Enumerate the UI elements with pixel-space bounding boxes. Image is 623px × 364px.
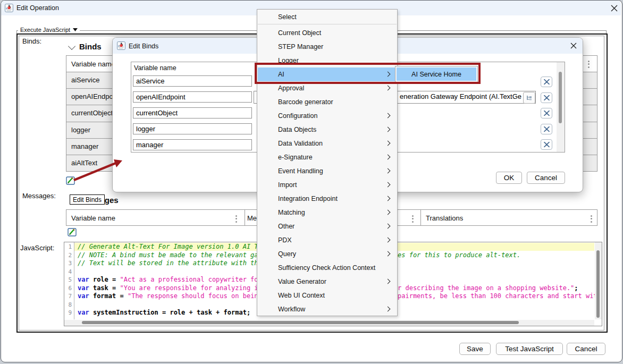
edit-binds-cancel-button[interactable]: Cancel [527, 172, 565, 184]
submenu-arrow-icon [385, 278, 391, 284]
javascript-label: JavaScript: [20, 244, 54, 252]
menu-item-step-manager[interactable]: STEP Manager [258, 40, 397, 54]
code-line-continuation: es for this to produce alt-text. [398, 251, 520, 259]
menu-item-select[interactable]: Select [258, 10, 397, 24]
delete-x-icon [544, 142, 550, 147]
save-button[interactable]: Save [459, 343, 491, 355]
menu-item-label: Value Generator [278, 278, 326, 285]
code-hscrollbar-thumb[interactable] [82, 321, 519, 324]
submenu-arrow-icon [385, 113, 391, 118]
delete-x-icon [544, 79, 550, 84]
code-line: // Text will be stored in the attribute … [78, 259, 262, 267]
code-line-number: 4 [64, 268, 72, 275]
code-line-number: 2 [64, 252, 72, 259]
gateway-browse-button[interactable] [523, 92, 535, 104]
edit-binds-variable-input[interactable]: logger [133, 123, 252, 134]
messages-col1-menu-icon[interactable] [235, 214, 237, 224]
menu-item-sufficiency-check-action-context[interactable]: Sufficiency Check Action Context [258, 261, 397, 275]
code-vscrollbar-thumb[interactable] [596, 250, 600, 318]
menu-item-import[interactable]: Import [258, 178, 397, 192]
edit-binds-tooltip: Edit Binds [70, 194, 105, 205]
cancel-button[interactable]: Cancel [567, 343, 605, 355]
delete-bind-button[interactable] [541, 108, 552, 118]
messages-col2-menu-icon[interactable] [412, 214, 414, 224]
test-javascript-button[interactable]: Test JavaScript [496, 343, 563, 355]
menu-item-label: Web UI Context [278, 292, 325, 299]
gateway-endpoint-value: eneration Gateway Endpoint (AI.TextGe [400, 92, 523, 100]
menu-item-data-objects[interactable]: Data Objects [258, 123, 397, 137]
code-line: var task = "You are responsible for anal… [78, 284, 262, 292]
submenu-arrow-icon [385, 251, 391, 256]
menu-item-label: e-Signature [278, 154, 313, 161]
code-line-number: 8 [64, 301, 72, 308]
menu-item-label: Current Object [278, 29, 321, 37]
delete-bind-button[interactable] [541, 124, 552, 134]
menu-item-pdx[interactable]: PDX [258, 233, 397, 247]
submenu-arrow-icon [385, 168, 391, 173]
messages-label: Messages: [22, 192, 56, 200]
menu-item-configuration[interactable]: Configuration [258, 109, 397, 123]
annotation-red-box [255, 63, 481, 84]
window-title: Edit Operation [16, 4, 59, 12]
binds-label: Binds: [22, 37, 41, 45]
edit-binds-variable-input[interactable]: manager [133, 139, 252, 150]
edit-binds-ok-button[interactable]: OK [496, 172, 522, 184]
edit-binds-variable-input[interactable]: aiService [133, 75, 252, 87]
menu-item-web-ui-context[interactable]: Web UI Context [258, 289, 397, 302]
menu-item-current-object[interactable]: Current Object [258, 26, 397, 40]
menu-item-value-generator[interactable]: Value Generator [258, 275, 397, 289]
code-line-number: 3 [64, 260, 72, 267]
submenu-arrow-icon [385, 196, 391, 201]
code-line-number: 1 [64, 243, 72, 250]
context-menu: SelectCurrent ObjectSTEP ManagerLoggerAI… [257, 9, 398, 316]
menu-item-event-handling[interactable]: Event Handling [258, 164, 397, 178]
menu-item-label: Matching [278, 209, 305, 216]
messages-col3-menu-icon[interactable] [591, 214, 592, 224]
menu-item-matching[interactable]: Matching [258, 206, 397, 219]
menu-item-label: Sufficiency Check Action Context [278, 264, 375, 272]
delete-bind-button[interactable] [541, 92, 552, 103]
messages-col-variable-name: Variable name [71, 214, 115, 222]
annotation-red-arrow [64, 154, 128, 186]
submenu-arrow-icon [385, 237, 391, 242]
code-line: var systemInstruction = role + task + fo… [78, 309, 250, 316]
menu-item-data-validation[interactable]: Data Validation [258, 137, 397, 150]
submenu-arrow-icon [385, 306, 391, 311]
menu-item-label: Barcode generator [278, 98, 333, 106]
edit-binds-app-icon [117, 41, 125, 50]
menu-item-e-signature[interactable]: e-Signature [258, 150, 397, 164]
code-line-continuation: r describing the image on a shopping web… [398, 284, 578, 292]
edit-binds-title: Edit Binds [129, 43, 158, 50]
menu-item-label: Query [278, 250, 296, 258]
submenu-arrow-icon [385, 154, 391, 159]
delete-bind-button[interactable] [541, 77, 552, 87]
menu-item-label: Data Objects [278, 126, 316, 133]
menu-item-label: Workflow [278, 306, 305, 313]
dropdown-arrow-icon [73, 28, 78, 31]
submenu-arrow-icon [385, 209, 391, 215]
delete-x-icon [544, 126, 550, 132]
edit-binds-close-icon[interactable] [570, 43, 577, 49]
binds-section-title: Binds [79, 42, 102, 51]
menu-item-barcode-generator[interactable]: Barcode generator [258, 95, 397, 109]
delete-bind-button[interactable] [541, 139, 552, 150]
edit-messages-icon[interactable] [68, 227, 77, 237]
menu-item-label: Integration Endpoint [278, 195, 338, 202]
menu-item-other[interactable]: Other [258, 219, 397, 233]
delete-x-icon [544, 111, 550, 116]
operation-type-selector[interactable]: Execute JavaScript [18, 27, 80, 33]
code-line: var format = "The response should focus … [78, 292, 262, 300]
edit-binds-variable-input[interactable]: currentObject [133, 107, 252, 118]
menu-item-query[interactable]: Query [258, 247, 397, 261]
close-icon[interactable] [611, 5, 618, 12]
binds-table-menu-icon[interactable] [588, 60, 590, 69]
binds-row-variable-name: manager [71, 142, 98, 150]
menu-item-integration-endpoint[interactable]: Integration Endpoint [258, 192, 397, 206]
menu-item-workflow[interactable]: Workflow [258, 302, 397, 316]
binds-table-column-header: Variable name [71, 60, 115, 68]
binds-row-variable-name: aiService [71, 76, 99, 84]
edit-binds-scrollbar-thumb[interactable] [559, 72, 562, 123]
edit-binds-variable-input[interactable]: openAIEndpoint [133, 91, 252, 103]
code-line-continuation: pairments, be less than 100 characters a… [398, 292, 595, 300]
app-icon [5, 4, 13, 12]
